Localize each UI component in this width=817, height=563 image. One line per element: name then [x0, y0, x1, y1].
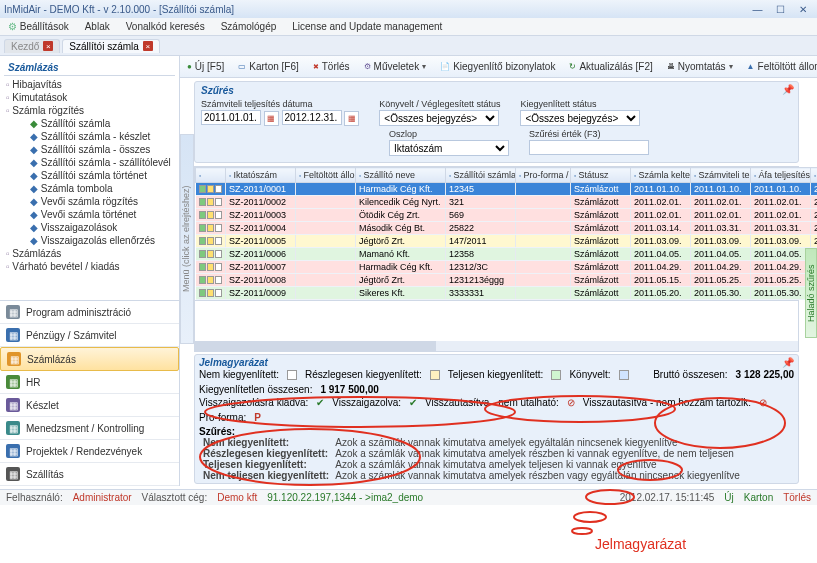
table-row[interactable]: SZ-2011/0001Harmadik Cég Kft.12345Számlá… [196, 183, 818, 196]
grid-column-header[interactable]: Szállító neve [356, 168, 446, 183]
section-icon: ▦ [6, 328, 20, 342]
tree-node[interactable]: Várható bevétel / kiadás [4, 260, 175, 273]
status-user: Administrator [73, 492, 132, 503]
toolbar-new-button[interactable]: Új [F5] [184, 60, 227, 73]
svg-point-6 [574, 512, 606, 522]
grid-column-header[interactable]: Fizetési határidő [811, 168, 818, 183]
svg-point-7 [572, 528, 592, 534]
status-conn: 91.120.22.197,1344 - >ima2_demo [267, 492, 423, 503]
menu-item[interactable]: Ablak [77, 21, 118, 32]
grid-column-header[interactable] [196, 168, 226, 183]
close-icon[interactable]: ✕ [793, 4, 813, 15]
menu-item[interactable]: Beállítások [0, 21, 77, 32]
tree-node[interactable]: Visszaigazolás ellenőrzés [4, 234, 175, 247]
document-tab[interactable]: Kezdő× [4, 39, 60, 53]
grid-column-header[interactable]: Áfa teljesítés dátuma [751, 168, 811, 183]
toolbar-del-button[interactable]: Törlés [310, 60, 353, 73]
column-label: Oszlop [389, 129, 509, 139]
toolbar-card-button[interactable]: Karton [F6] [235, 60, 301, 73]
filter-title: Szűrés [201, 85, 792, 96]
grid-column-header[interactable]: Számviteli teljesítés dátuma [691, 168, 751, 183]
calendar-icon[interactable]: ▦ [344, 111, 359, 126]
tree-node[interactable]: Szállítói számla történet [4, 169, 175, 182]
menu-item[interactable]: License and Update management [284, 21, 450, 32]
data-grid[interactable]: IktatószámFeltöltött állományokSzállító … [194, 166, 799, 301]
table-row[interactable]: SZ-2011/0009Sikeres Kft.3333331Számlázot… [196, 287, 818, 300]
toolbar-sync-button[interactable]: Aktualizálás [F2] [566, 60, 655, 73]
book-label: Könyvelt / Véglegesített státus [379, 99, 500, 109]
legend-title: Jelmagyarázat [199, 357, 794, 368]
table-row[interactable]: SZ-2011/0008Jégtörő Zrt.1231213égggSzáml… [196, 274, 818, 287]
sidebar: Számlázás HibajavításKimutatásokSzámla r… [0, 56, 180, 486]
status-new[interactable]: Új [724, 492, 733, 503]
advanced-filter-tab[interactable]: Haladó szűrés [805, 248, 817, 338]
section-icon: ▦ [6, 467, 20, 481]
section-icon: ▦ [6, 375, 20, 389]
sidebar-section[interactable]: ▦Program adminisztráció [0, 301, 179, 324]
grid-column-header[interactable]: Számla kelte [631, 168, 691, 183]
sidebar-section[interactable]: ▦Számlázás [0, 347, 179, 371]
menu-item[interactable]: Vonalkód keresés [118, 21, 213, 32]
tree-node[interactable]: Számlázás [4, 247, 175, 260]
pay-status-select[interactable]: <Összes bejegyzés> [520, 110, 640, 126]
toolbar-print-button[interactable]: Nyomtatás ▾ [664, 60, 736, 73]
toolbar-ops-button[interactable]: Műveletek ▾ [361, 60, 430, 73]
column-select[interactable]: Iktatószám [389, 140, 509, 156]
table-row[interactable]: SZ-2011/0006Mamanó Kft.12358Számlázott20… [196, 248, 818, 261]
menu-item[interactable]: Számológép [213, 21, 285, 32]
horizontal-scrollbar[interactable] [195, 341, 798, 351]
tree-node[interactable]: Vevői számla rögzítés [4, 195, 175, 208]
tree-node[interactable]: Kimutatások [4, 91, 175, 104]
tree-node[interactable]: Szállítói számla - összes [4, 143, 175, 156]
tree-node[interactable]: Szállítói számla - szállítólevél [4, 156, 175, 169]
tree-node[interactable]: Visszaigazolások [4, 221, 175, 234]
window-title: InMidAir - DEMO Kft - v 2.10.000 - [Szál… [4, 4, 747, 15]
tree-node[interactable]: Számla rögzítés [4, 104, 175, 117]
status-del[interactable]: Törlés [783, 492, 811, 503]
sidebar-section[interactable]: ▦Készlet [0, 394, 179, 417]
toolbar: Új [F5]Karton [F6]TörlésMűveletek ▾Kiegy… [180, 56, 817, 78]
grid-column-header[interactable]: Feltöltött állományok [296, 168, 356, 183]
tree-node[interactable]: Hibajavítás [4, 78, 175, 91]
annotation-label: Jelmagyarázat [595, 536, 686, 552]
date-to-input[interactable] [282, 110, 342, 125]
menu-vertical-tab[interactable]: Menü (click az elrejtéshez) [180, 134, 194, 344]
sidebar-section[interactable]: ▦Szállítás [0, 463, 179, 486]
toolbar-up-button[interactable]: Feltöltött állományok [744, 60, 817, 73]
status-user-label: Felhasználó: [6, 492, 63, 503]
grid-column-header[interactable]: Iktatószám [226, 168, 296, 183]
tree-node[interactable]: Számla tombola [4, 182, 175, 195]
minimize-icon[interactable]: ― [747, 4, 767, 15]
grid-column-header[interactable]: Pro-forma / számla [516, 168, 571, 183]
maximize-icon[interactable]: ☐ [770, 4, 790, 15]
sidebar-section[interactable]: ▦HR [0, 371, 179, 394]
tree-node[interactable]: Szállítói számla [4, 117, 175, 130]
calendar-icon[interactable]: ▦ [264, 111, 279, 126]
table-row[interactable]: SZ-2011/0005Jégtörő Zrt.147/2011Számlázo… [196, 235, 818, 248]
pin-icon[interactable]: 📌 [782, 357, 794, 368]
pin-icon[interactable]: 📌 [782, 84, 794, 95]
table-row[interactable]: SZ-2011/0003Ötödik Cég Zrt.569Számlázott… [196, 209, 818, 222]
book-status-select[interactable]: <Összes bejegyzés> [379, 110, 499, 126]
table-row[interactable]: SZ-2011/0002Kilencedik Cég Nyrt.321Száml… [196, 196, 818, 209]
tree-node[interactable]: Szállítói számla - készlet [4, 130, 175, 143]
tree-node[interactable]: Vevői számla történet [4, 208, 175, 221]
search-label: Szűrési érték (F3) [529, 129, 649, 139]
sidebar-section[interactable]: ▦Projektek / Rendezvények [0, 440, 179, 463]
date-label: Számviteli teljesítés dátuma [201, 99, 359, 109]
legend-sub: Nem kiegyenlített: Azok a számlák vannak… [199, 437, 794, 481]
status-card[interactable]: Karton [744, 492, 773, 503]
date-from-input[interactable] [201, 110, 261, 125]
grid-empty-area [194, 301, 799, 352]
grid-column-header[interactable]: Szállítói számla száma [446, 168, 516, 183]
toolbar-doc-button[interactable]: Kiegyenlítő bizonylatok [437, 60, 558, 73]
table-row[interactable]: SZ-2011/0007Harmadik Cég Kft.12312/3CSzá… [196, 261, 818, 274]
document-tab[interactable]: Szállítói számla× [62, 39, 159, 53]
tab-close-icon[interactable]: × [43, 41, 53, 51]
table-row[interactable]: SZ-2011/0004Második Cég Bt.25822Számlázo… [196, 222, 818, 235]
sidebar-section[interactable]: ▦Pénzügy / Számvitel [0, 324, 179, 347]
grid-column-header[interactable]: Státusz [571, 168, 631, 183]
search-value-input[interactable] [529, 140, 649, 155]
tab-close-icon[interactable]: × [143, 41, 153, 51]
sidebar-section[interactable]: ▦Menedzsment / Kontrolling [0, 417, 179, 440]
